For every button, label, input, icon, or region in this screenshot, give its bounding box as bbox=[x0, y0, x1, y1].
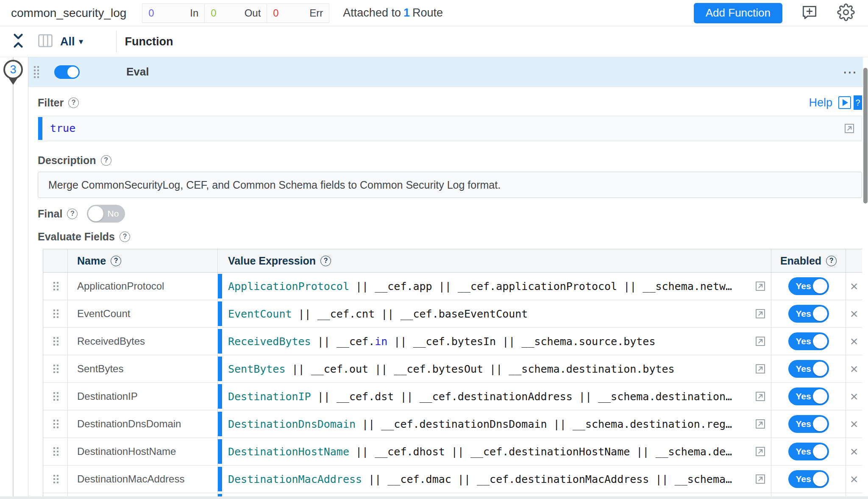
row-drag-handle[interactable] bbox=[43, 328, 68, 355]
expand-expression-icon[interactable] bbox=[754, 390, 767, 403]
field-name-cell[interactable]: DestinationMacAddress bbox=[68, 466, 218, 493]
add-function-button[interactable]: Add Function bbox=[694, 3, 782, 23]
help-icon: ? bbox=[111, 256, 121, 266]
route-count: 1 bbox=[403, 6, 410, 19]
counter-value: 0 bbox=[148, 7, 154, 19]
feedback-button[interactable] bbox=[800, 4, 819, 22]
value-expression-code: DestinationMacAddress || __cef.dmac || _… bbox=[228, 473, 732, 485]
help-link[interactable]: Help bbox=[809, 96, 832, 109]
table-row: SentBytes SentBytes || __cef.out || __ce… bbox=[43, 355, 862, 383]
expand-expression-icon[interactable] bbox=[754, 362, 767, 375]
row-drag-handle[interactable] bbox=[43, 273, 68, 300]
filter-label: Filter ? bbox=[38, 97, 79, 109]
field-name-cell[interactable]: SentBytes bbox=[68, 355, 218, 382]
expand-expression-icon[interactable] bbox=[754, 307, 767, 320]
help-badge[interactable]: ? bbox=[854, 95, 862, 110]
field-name-cell[interactable]: DestinationDnsDomain bbox=[68, 410, 218, 438]
drag-handle-icon[interactable] bbox=[33, 65, 39, 79]
field-name-cell[interactable]: ApplicationProtocol bbox=[68, 273, 218, 300]
remove-row-button[interactable]: × bbox=[846, 466, 862, 493]
remove-row-button[interactable]: × bbox=[846, 438, 862, 465]
value-expression-cell[interactable]: DestinationHostName || __cef.dhost || __… bbox=[218, 438, 771, 465]
row-enabled-toggle[interactable]: Yes bbox=[788, 305, 829, 323]
topbar: common_security_log 0 In 0 Out 0 Err Att… bbox=[0, 0, 868, 26]
drag-handle-icon bbox=[53, 446, 58, 457]
row-drag-handle[interactable] bbox=[43, 383, 68, 410]
toggle-knob bbox=[813, 362, 827, 376]
value-expression-cell[interactable]: ApplicationProtocol || __cef.app || __ce… bbox=[218, 273, 771, 300]
row-enabled-toggle[interactable]: Yes bbox=[788, 332, 829, 350]
function-enabled-toggle[interactable] bbox=[54, 65, 80, 79]
row-drag-handle[interactable] bbox=[43, 466, 68, 493]
row-enabled-toggle[interactable]: Yes bbox=[788, 360, 829, 378]
vertical-scrollbar-thumb[interactable] bbox=[863, 68, 868, 204]
filter-expression-input[interactable]: true bbox=[38, 116, 862, 141]
row-drag-handle[interactable] bbox=[43, 355, 68, 382]
remove-row-button[interactable]: × bbox=[846, 355, 862, 382]
drag-handle-icon bbox=[53, 281, 58, 291]
row-drag-handle[interactable] bbox=[43, 438, 68, 465]
toolbar-divider bbox=[116, 31, 117, 52]
toggle-knob bbox=[813, 472, 827, 486]
enabled-cell: Yes bbox=[771, 466, 846, 493]
row-enabled-toggle[interactable]: Yes bbox=[788, 277, 829, 295]
table-row: ReceivedBytes ReceivedBytes || __cef.in … bbox=[43, 328, 862, 355]
help-panel-toggle[interactable] bbox=[838, 96, 851, 109]
value-expression-cell[interactable]: DestinationDnsDomain || __cef.destinatio… bbox=[218, 410, 771, 438]
columns-view-button[interactable] bbox=[37, 33, 53, 50]
overflow-menu-icon[interactable]: ⋯ bbox=[843, 64, 859, 81]
remove-row-button[interactable]: × bbox=[846, 300, 862, 327]
value-expression-cell[interactable]: EventCount || __cef.cnt || __cef.baseEve… bbox=[218, 300, 771, 327]
value-expression-cell[interactable]: ReceivedBytes || __cef.in || __cef.bytes… bbox=[218, 328, 771, 355]
expand-expression-icon[interactable] bbox=[754, 445, 767, 458]
columns-icon bbox=[37, 33, 53, 50]
remove-row-button[interactable]: × bbox=[846, 273, 862, 300]
collapse-all-button[interactable] bbox=[10, 33, 26, 50]
toggle-knob bbox=[67, 67, 78, 78]
value-expression-cell[interactable]: SentBytes || __cef.out || __cef.bytesOut… bbox=[218, 355, 771, 382]
description-label: Description ? bbox=[38, 154, 111, 167]
table-row: ApplicationProtocol ApplicationProtocol … bbox=[43, 273, 862, 300]
value-expression-code: DestinationIP || __cef.dst || __cef.dest… bbox=[228, 390, 732, 403]
name-column-header: Name ? bbox=[68, 249, 218, 272]
settings-button[interactable] bbox=[837, 4, 855, 22]
expand-expression-icon[interactable] bbox=[754, 418, 767, 430]
field-name-cell[interactable]: DestinationHostName bbox=[68, 438, 218, 465]
field-name: DestinationHostName bbox=[77, 446, 176, 457]
field-name: DestinationMacAddress bbox=[77, 473, 184, 485]
remove-column-header bbox=[846, 249, 862, 272]
function-card-eval: Eval ⋯ Filter ? Help ? bbox=[28, 57, 868, 499]
expand-expression-icon[interactable] bbox=[843, 122, 856, 135]
help-area: Help ? bbox=[809, 95, 862, 110]
event-counter: 0 Err bbox=[267, 3, 329, 23]
expand-expression-icon[interactable] bbox=[754, 473, 767, 485]
enabled-toggle-label: Yes bbox=[796, 387, 811, 405]
help-icon: ? bbox=[826, 256, 837, 266]
table-row: EventCount EventCount || __cef.cnt || __… bbox=[43, 300, 862, 328]
group-filter-dropdown[interactable]: All ▾ bbox=[60, 35, 83, 48]
counter-label: Err bbox=[309, 7, 323, 19]
value-expression-code: EventCount || __cef.cnt || __cef.baseEve… bbox=[228, 308, 528, 320]
play-icon bbox=[843, 99, 848, 106]
drag-column-header bbox=[43, 249, 68, 272]
row-drag-handle[interactable] bbox=[43, 300, 68, 327]
field-name-cell[interactable]: DestinationIP bbox=[68, 383, 218, 410]
value-expression-cell[interactable]: DestinationMacAddress || __cef.dmac || _… bbox=[218, 466, 771, 493]
function-card-header[interactable]: Eval ⋯ bbox=[28, 57, 863, 87]
table-body: ApplicationProtocol ApplicationProtocol … bbox=[43, 273, 862, 493]
remove-row-button[interactable]: × bbox=[846, 383, 862, 410]
value-expression-cell[interactable]: DestinationIP || __cef.dst || __cef.dest… bbox=[218, 383, 771, 410]
final-toggle[interactable]: No bbox=[87, 205, 125, 223]
row-enabled-toggle[interactable]: Yes bbox=[788, 415, 829, 433]
field-name-cell[interactable]: ReceivedBytes bbox=[68, 328, 218, 355]
row-drag-handle[interactable] bbox=[43, 410, 68, 438]
field-name-cell[interactable]: EventCount bbox=[68, 300, 218, 327]
row-enabled-toggle[interactable]: Yes bbox=[788, 443, 829, 460]
remove-row-button[interactable]: × bbox=[846, 328, 862, 355]
expand-expression-icon[interactable] bbox=[754, 280, 767, 293]
row-enabled-toggle[interactable]: Yes bbox=[788, 470, 829, 488]
expand-expression-icon[interactable] bbox=[754, 335, 767, 348]
row-enabled-toggle[interactable]: Yes bbox=[788, 387, 829, 405]
remove-row-button[interactable]: × bbox=[846, 410, 862, 438]
description-input[interactable]: Merge CommonSecurityLog, CEF, and Common… bbox=[38, 172, 862, 198]
